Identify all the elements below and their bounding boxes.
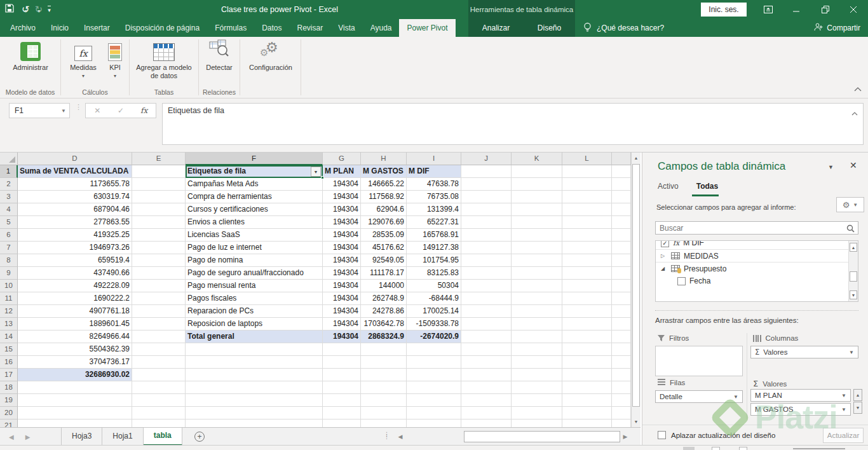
cell-I14[interactable]: -2674020.9 [407,331,461,343]
table-item-medidas[interactable]: ▷MEDIDAS [656,249,858,262]
cell-J2[interactable] [461,178,512,191]
save-icon[interactable] [5,4,14,15]
cell-J15[interactable] [461,343,512,356]
ribbon-display-options-icon[interactable] [754,0,782,19]
cell-J17[interactable] [461,369,512,381]
cell-m14[interactable] [612,331,631,343]
checkbox-icon[interactable] [677,277,686,285]
cell-G13[interactable]: 194304 [323,318,361,331]
cell-K16[interactable] [512,356,562,369]
collapse-triangle-icon[interactable]: ◢ [661,266,667,271]
cell-D2[interactable]: 1173655.78 [18,178,132,191]
cell-E10[interactable] [132,280,186,292]
cell-E12[interactable] [132,305,186,318]
row-header-12[interactable]: 12 [0,305,18,318]
cell-L21[interactable] [562,419,612,427]
cell-m1[interactable] [612,165,631,178]
cell-F14[interactable]: Total general [186,331,323,343]
cell-J19[interactable] [461,394,512,407]
cell-J7[interactable] [461,242,512,254]
cell-K2[interactable] [512,178,562,191]
valores-drop-area[interactable]: M PLAN▼M GASTOS▼ [750,389,851,417]
row-header-16[interactable]: 16 [0,356,18,369]
row-header-14[interactable]: 14 [0,331,18,343]
ribbon-tab-diseno[interactable]: Diseño [530,19,569,37]
cell-E3[interactable] [132,191,186,203]
cell-D8[interactable]: 659519.4 [18,254,132,267]
cell-H7[interactable]: 45176.62 [361,242,407,254]
cell-G21[interactable] [323,419,361,427]
cell-H2[interactable]: 146665.22 [361,178,407,191]
cell-L3[interactable] [562,191,612,203]
cell-F10[interactable]: Pago mensual renta [186,280,323,292]
vertical-scroll-thumb[interactable] [632,164,640,407]
cell-E21[interactable] [132,419,186,427]
cell-E20[interactable] [132,407,186,419]
cell-m16[interactable] [612,356,631,369]
cell-H12[interactable]: 24278.86 [361,305,407,318]
cell-I16[interactable] [407,356,461,369]
cell-K1[interactable] [512,165,562,178]
cell-H21[interactable] [361,419,407,427]
cell-E16[interactable] [132,356,186,369]
cell-m3[interactable] [612,191,631,203]
scroll-up-icon[interactable]: ▲ [850,243,857,252]
cell-L16[interactable] [562,356,612,369]
administrar-button[interactable]: Administrar [8,39,53,72]
select-all-corner[interactable] [0,153,18,165]
normal-view-icon[interactable] [683,447,695,450]
cell-L9[interactable] [562,267,612,280]
cell-I17[interactable] [407,369,461,381]
cell-F9[interactable]: Pago de seguro anual/fraccionado [186,267,323,280]
formula-input[interactable]: Etiquetas de fila [162,103,864,145]
cell-I15[interactable] [407,343,461,356]
cell-F16[interactable] [186,356,323,369]
cell-G9[interactable]: 194304 [323,267,361,280]
cell-I21[interactable] [407,419,461,427]
cell-G8[interactable]: 194304 [323,254,361,267]
cell-G19[interactable] [323,394,361,407]
cell-E15[interactable] [132,343,186,356]
cell-F3[interactable]: Compra de herramientas [186,191,323,203]
sign-in-button[interactable]: Inic. ses. [701,3,747,17]
cell-J13[interactable] [461,318,512,331]
sheet-tab-tabla[interactable]: tabla [144,428,182,446]
area-pill-m-plan[interactable]: M PLAN▼ [750,389,851,402]
search-input[interactable] [656,222,843,234]
dropdown-arrow-icon[interactable]: ▼ [733,394,738,400]
cell-G3[interactable]: 194304 [323,191,361,203]
share-button[interactable]: Compartir [814,19,860,37]
cell-m10[interactable] [612,280,631,292]
cancel-entry-icon[interactable]: ✕ [86,106,109,115]
cell-H9[interactable]: 111178.17 [361,267,407,280]
sheet-tab-hoja1[interactable]: Hoja1 [102,428,143,446]
cell-L7[interactable] [562,242,612,254]
column-header-h[interactable]: H [361,153,407,165]
cell-E14[interactable] [132,331,186,343]
cell-G2[interactable]: 194304 [323,178,361,191]
row-header-2[interactable]: 2 [0,178,18,191]
scroll-thumb[interactable] [850,271,857,282]
ribbon-tab-insertar[interactable]: Insertar [76,19,118,37]
ribbon-tab-archivo[interactable]: Archivo [3,19,43,37]
cell-J3[interactable] [461,191,512,203]
cell-I19[interactable] [407,394,461,407]
cell-D20[interactable] [18,407,132,419]
cell-F7[interactable]: Pago de luz e internet [186,242,323,254]
cell-G1[interactable]: M PLAN [323,165,361,178]
field-item-m-dif[interactable]: ✓fxM DIF [656,240,858,249]
field-list-scrollbar[interactable]: ▲ ▼ [848,241,858,301]
cell-G4[interactable]: 194304 [323,203,361,216]
cell-H14[interactable]: 2868324.9 [361,331,407,343]
cell-F12[interactable]: Reparacion de PCs [186,305,323,318]
insert-function-icon[interactable]: fx [132,106,156,115]
sheet-nav-right-icon[interactable]: ▶ [25,433,31,440]
cell-m17[interactable] [612,369,631,381]
row-header-21[interactable]: 21 [0,419,18,427]
cell-L4[interactable] [562,203,612,216]
ribbon-tab-formulas[interactable]: Fórmulas [207,19,254,37]
columnas-drop-area[interactable]: ΣValores▼ [750,346,858,360]
restore-button[interactable] [811,0,839,19]
cell-G20[interactable] [323,407,361,419]
cell-K19[interactable] [512,394,562,407]
